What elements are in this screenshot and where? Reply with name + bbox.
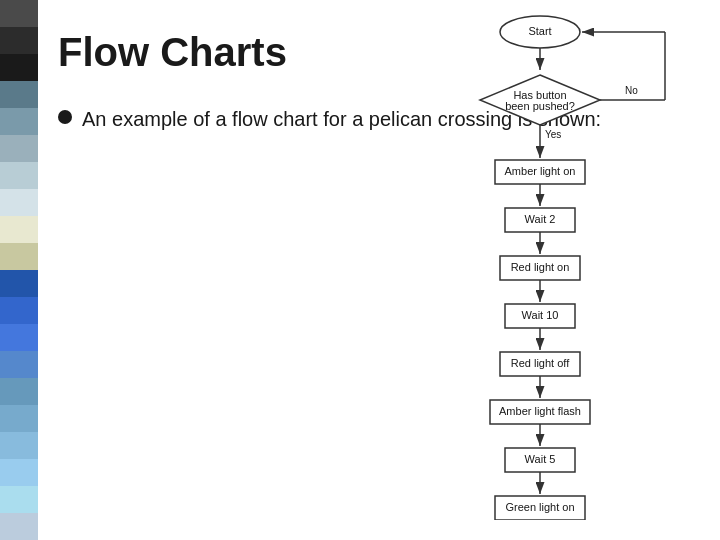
swatch-15 [0, 378, 38, 405]
swatch-11 [0, 270, 38, 297]
swatch-16 [0, 405, 38, 432]
main-content: Flow Charts An example of a flow chart f… [38, 0, 720, 540]
bullet-dot [58, 110, 72, 124]
box5-label: Red light off [511, 357, 570, 369]
yes-label: Yes [545, 129, 561, 140]
box8-label: Green light on [505, 501, 574, 513]
swatch-6 [0, 135, 38, 162]
box1-label: Amber light on [505, 165, 576, 177]
box3-label: Red light on [511, 261, 570, 273]
swatch-2 [0, 27, 38, 54]
color-strip [0, 0, 38, 540]
flowchart: Start Has button been pushed? No Yes Amb… [370, 10, 710, 520]
swatch-14 [0, 351, 38, 378]
diamond-text2: been pushed? [505, 100, 575, 112]
box4-label: Wait 10 [522, 309, 559, 321]
swatch-19 [0, 486, 38, 513]
no-label: No [625, 85, 638, 96]
box2-label: Wait 2 [525, 213, 556, 225]
swatch-3 [0, 54, 38, 81]
swatch-13 [0, 324, 38, 351]
swatch-1 [0, 0, 38, 27]
box6-label: Amber light flash [499, 405, 581, 417]
box7-label: Wait 5 [525, 453, 556, 465]
swatch-17 [0, 432, 38, 459]
swatch-4 [0, 81, 38, 108]
swatch-7 [0, 162, 38, 189]
swatch-12 [0, 297, 38, 324]
swatch-18 [0, 459, 38, 486]
start-label: Start [528, 25, 551, 37]
swatch-20 [0, 513, 38, 540]
swatch-9 [0, 216, 38, 243]
swatch-10 [0, 243, 38, 270]
swatch-5 [0, 108, 38, 135]
swatch-8 [0, 189, 38, 216]
